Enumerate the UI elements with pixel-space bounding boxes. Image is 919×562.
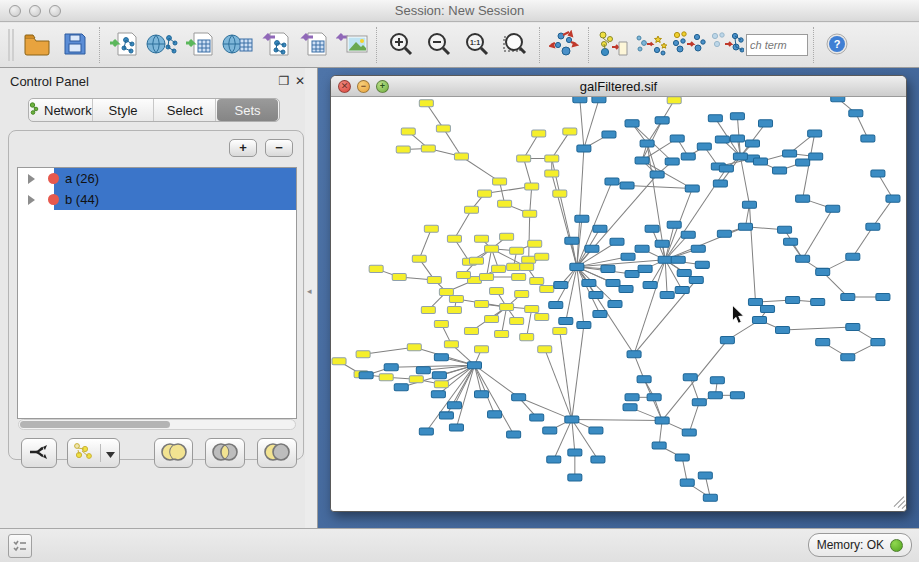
tab-style[interactable]: Style [93,99,155,121]
toolbar-grip[interactable] [8,29,14,61]
zoom-in-button[interactable] [382,26,420,64]
hide-selected-button[interactable] [670,26,708,64]
graph-node [392,273,406,280]
tab-sets-label: Sets [235,103,261,118]
session-titlebar: Session: New Session [0,0,919,22]
graph-node [593,225,607,232]
union-button[interactable] [154,438,194,468]
graph-node [717,230,731,237]
intersection-button[interactable] [205,438,245,468]
zoom-actual-size-button[interactable]: 1:1 [458,26,496,64]
panel-splitter[interactable]: ◂ [305,68,318,528]
intersection-icon [210,442,240,465]
graph-node [528,240,542,247]
graph-node [695,261,709,268]
graph-node [758,120,772,127]
graph-node [500,303,514,310]
graph-node [655,117,669,124]
task-history-button[interactable] [8,534,32,558]
graph-node [432,372,446,379]
graph-node [570,263,584,270]
expand-arrow-icon[interactable] [28,174,35,184]
import-network-url-button[interactable] [143,26,181,64]
svg-text:1:1: 1:1 [470,39,480,46]
graph-node [778,226,792,233]
tab-select[interactable]: Select [154,99,216,121]
save-icon [63,32,87,59]
help-icon: ? [826,43,848,58]
graph-node [409,376,423,383]
tab-network-label: Network [44,103,92,118]
import-network-file-button[interactable] [105,26,143,64]
graph-node [796,195,810,202]
graph-node [753,158,767,165]
graph-node [601,265,615,272]
float-panel-button[interactable]: ❐ [276,73,292,89]
save-session-button[interactable] [56,26,94,64]
remove-set-button[interactable]: − [265,139,293,157]
graph-node [602,131,616,138]
add-set-button[interactable]: + [229,139,257,157]
graph-node [512,273,526,280]
tab-network[interactable]: Network [29,99,93,121]
horizontal-scrollbar[interactable] [18,419,296,430]
split-sets-button[interactable] [21,438,57,468]
search-input[interactable] [746,34,808,56]
tab-sets[interactable]: Sets [217,99,278,121]
network-canvas-container[interactable] [331,97,906,511]
collapse-handle-icon[interactable]: ◂ [307,286,312,296]
control-panel: Control Panel ❐ ✕ Network Style Select [0,68,318,528]
graph-node [436,125,450,132]
graph-node [637,376,651,383]
session-title: Session: New Session [0,3,919,18]
network-canvas[interactable] [331,97,906,511]
select-first-neighbors-icon [635,30,667,61]
network-window-title: galFiltered.sif [331,79,906,94]
application-window: Session: New Session [0,0,919,562]
graph-node [535,253,549,260]
graph-node [692,399,706,406]
network-view-window[interactable]: ✕ − + galFiltered.sif [330,75,907,512]
expand-arrow-icon[interactable] [28,195,35,205]
graph-node [565,237,579,244]
graph-node [538,346,552,353]
graph-node [507,263,521,270]
export-image-button[interactable] [333,26,371,64]
create-network-combo-button[interactable] [67,438,119,468]
export-network-button[interactable] [257,26,295,64]
export-table-button[interactable] [295,26,333,64]
graph-node [675,454,689,461]
graph-node [545,155,559,162]
apply-layout-button[interactable] [545,26,583,64]
import-table-url-button[interactable] [219,26,257,64]
graph-node [394,384,408,391]
zoom-out-button[interactable] [420,26,458,64]
help-button[interactable]: ? [825,33,849,57]
import-table-file-button[interactable] [181,26,219,64]
memory-status[interactable]: Memory: OK [808,533,912,557]
graph-node [589,427,603,434]
select-first-neighbors-button[interactable] [632,26,670,64]
graph-node [585,245,599,252]
set-row-b[interactable]: b (44) [18,189,296,210]
difference-icon [262,442,292,465]
graph-node [871,339,885,346]
resize-grip-icon[interactable] [894,497,906,509]
zoom-selected-button[interactable] [496,26,534,64]
scrollbar-thumb[interactable] [20,421,170,428]
graph-node [667,221,681,228]
graph-node [407,344,421,351]
graph-node [512,394,526,401]
graph-node [474,300,488,307]
graph-node [540,285,554,292]
graph-node [434,321,448,328]
graph-node [784,238,798,245]
new-network-from-selection-button[interactable] [594,26,632,64]
network-window-titlebar[interactable]: ✕ − + galFiltered.sif [331,76,906,97]
difference-button[interactable] [257,438,297,468]
open-session-button[interactable] [18,26,56,64]
graph-node [647,394,661,401]
show-hidden-button[interactable] [708,26,746,64]
sets-panel: + − a (26) b (44) [8,130,304,460]
set-row-a[interactable]: a (26) [18,168,296,189]
